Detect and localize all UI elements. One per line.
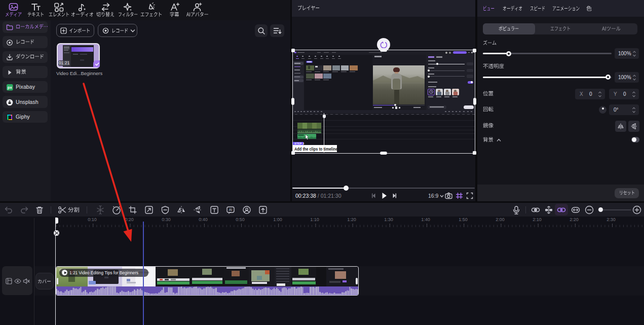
svg-text:px: px (8, 85, 13, 90)
svg-text:AI: AI (229, 208, 233, 211)
